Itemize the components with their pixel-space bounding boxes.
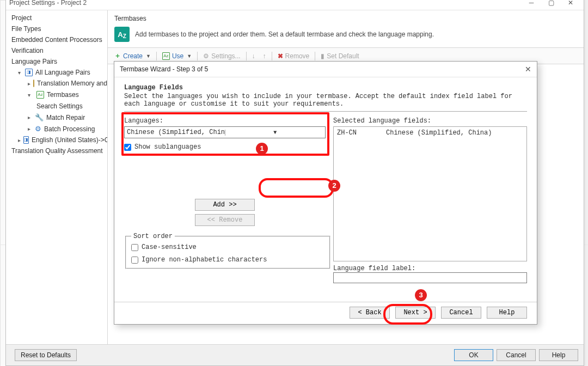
tree-language-pairs[interactable]: Language Pairs — [6, 56, 107, 67]
flag-icon: ▮ — [321, 52, 324, 60]
expand-icon[interactable]: ▸ — [28, 126, 32, 132]
annotation-badge-1: 1 — [256, 143, 268, 155]
close-button[interactable]: ✕ — [561, 0, 580, 9]
gear-icon: ⚙ — [203, 52, 209, 60]
languages-icon: ◨ — [23, 136, 29, 144]
tree-filetypes[interactable]: File Types — [6, 23, 107, 34]
section-description-row: AZ Add termbases to the project and orde… — [108, 25, 584, 47]
sort-order-fieldset: Sort order Case-sensitive Ignore non-alp… — [125, 233, 330, 269]
window-buttons: ─ ▢ ✕ — [522, 0, 580, 9]
annotation-box-1 — [121, 112, 329, 156]
wizard-subtext: Select the languages you wish to include… — [124, 93, 527, 108]
arrow-up-icon: ↑ — [263, 52, 266, 60]
selected-fields-list[interactable]: ZH-CN Chinese (Simplified, China) — [333, 126, 527, 261]
separator — [156, 52, 157, 60]
termbase-icon: Az — [36, 91, 44, 99]
expand-icon[interactable]: ▾ — [18, 70, 22, 76]
wizard-body: Language Fields Select the languages you… — [114, 77, 537, 302]
tree-match-repair[interactable]: ▸ 🔧 Match Repair — [6, 112, 107, 123]
tree-en-cn-pair[interactable]: ▸ ◨ English (United States)->Chinese — [6, 135, 107, 145]
titlebar: Project Settings - Project 2 ─ ▢ ✕ — [6, 0, 584, 10]
annotation-badge-2: 2 — [328, 180, 340, 192]
selected-code: ZH-CN — [337, 129, 386, 137]
settings-tree: Project File Types Embedded Content Proc… — [6, 10, 108, 345]
dialog-footer: Reset to Defaults OK Cancel Help — [6, 344, 584, 365]
ok-button[interactable]: OK — [454, 349, 493, 361]
close-icon[interactable]: ✕ — [525, 65, 531, 74]
setdefault-button[interactable]: ▮ Set Default — [318, 51, 361, 61]
wrench-icon: 🔧 — [35, 113, 44, 121]
tree-tqa[interactable]: Translation Quality Assessment — [6, 145, 107, 156]
section-title: Termbases — [108, 10, 584, 25]
maximize-button[interactable]: ▢ — [541, 0, 561, 9]
case-sensitive-input[interactable] — [131, 244, 138, 251]
settings-button[interactable]: ⚙ Settings... — [201, 51, 242, 61]
add-button[interactable]: Add >> — [195, 199, 255, 211]
chevron-down-icon: ▼ — [187, 53, 192, 59]
languages-icon: ◨ — [25, 69, 33, 76]
annotation-circle-3 — [383, 304, 432, 325]
termbase-wizard: Termbase Wizard - Step 3 of 5 ✕ Language… — [114, 61, 537, 325]
tree-all-language-pairs[interactable]: ▾ ◨ All Language Pairs — [6, 67, 107, 78]
tm-icon — [33, 80, 34, 87]
ignore-nonalpha-checkbox[interactable]: Ignore non-alphabetic characters — [131, 256, 324, 264]
wizard-help-button[interactable]: Help — [487, 307, 527, 319]
separator — [197, 52, 198, 60]
tree-search-settings[interactable]: Search Settings — [6, 101, 107, 112]
plus-icon: ＋ — [114, 51, 121, 60]
tree-project[interactable]: Project — [6, 13, 107, 23]
selected-name: Chinese (Simplified, China) — [386, 129, 492, 137]
movedown-button[interactable]: ↑ — [261, 51, 268, 61]
selected-fields-label: Selected language fields: — [333, 117, 527, 125]
separator — [246, 52, 247, 60]
separator — [124, 111, 527, 112]
tree-termbases[interactable]: ▾ Az Termbases — [6, 89, 107, 101]
transfer-buttons: Add >> << Remove — [124, 199, 326, 226]
annotation-badge-3: 3 — [415, 289, 427, 301]
field-label-label: Language field label: — [333, 265, 527, 272]
tree-tm[interactable]: ▸ Translation Memory and Aut — [6, 78, 107, 89]
az-icon: AZ — [114, 27, 130, 42]
expand-icon[interactable]: ▾ — [28, 92, 32, 98]
remove-button[interactable]: ✖ Remove — [275, 51, 312, 61]
window-title: Project Settings - Project 2 — [9, 0, 87, 7]
annotation-circle-2 — [259, 178, 334, 198]
case-sensitive-checkbox[interactable]: Case-sensitive — [131, 243, 324, 251]
moveup-button[interactable]: ↓ — [250, 51, 258, 61]
gear-icon: ⚙ — [35, 125, 41, 133]
expand-icon[interactable]: ▸ — [18, 137, 21, 143]
expand-icon[interactable]: ▸ — [28, 114, 32, 120]
use-button[interactable]: Az Use ▼ — [160, 51, 194, 61]
wizard-footer: < Back Next > Cancel Help 3 — [114, 302, 537, 324]
section-description: Add termbases to the project and order t… — [135, 30, 434, 38]
separator — [315, 52, 315, 60]
cancel-button[interactable]: Cancel — [497, 349, 536, 361]
wizard-cancel-button[interactable]: Cancel — [441, 307, 481, 319]
wizard-title: Termbase Wizard - Step 3 of 5 — [120, 65, 208, 73]
wizard-titlebar: Termbase Wizard - Step 3 of 5 ✕ — [114, 62, 537, 77]
remove-selected-button[interactable]: << Remove — [195, 214, 255, 226]
wizard-heading: Language Fields — [124, 84, 527, 91]
arrow-down-icon: ↓ — [252, 52, 255, 60]
expand-icon[interactable]: ▸ — [28, 81, 30, 87]
right-column: Selected language fields: ZH-CN Chinese … — [333, 117, 527, 283]
tree-verification[interactable]: Verification — [6, 45, 107, 56]
minimize-button[interactable]: ─ — [522, 0, 541, 9]
tree-batch[interactable]: ▸ ⚙ Batch Processing — [6, 123, 107, 135]
reset-defaults-button[interactable]: Reset to Defaults — [15, 349, 77, 361]
project-settings-window: Project Settings - Project 2 ─ ▢ ✕ Proje… — [5, 0, 584, 366]
x-icon: ✖ — [278, 52, 283, 60]
chevron-down-icon: ▼ — [146, 53, 151, 59]
selected-row[interactable]: ZH-CN Chinese (Simplified, China) — [337, 129, 523, 137]
separator — [272, 52, 272, 60]
ignore-nonalpha-input[interactable] — [131, 257, 138, 264]
field-label-input[interactable] — [333, 272, 527, 283]
help-button[interactable]: Help — [539, 349, 578, 361]
create-button[interactable]: ＋ Create ▼ — [112, 50, 153, 62]
tree-embedded[interactable]: Embedded Content Processors — [6, 34, 107, 45]
sort-order-legend: Sort order — [131, 233, 175, 240]
termbase-icon: Az — [162, 52, 170, 60]
